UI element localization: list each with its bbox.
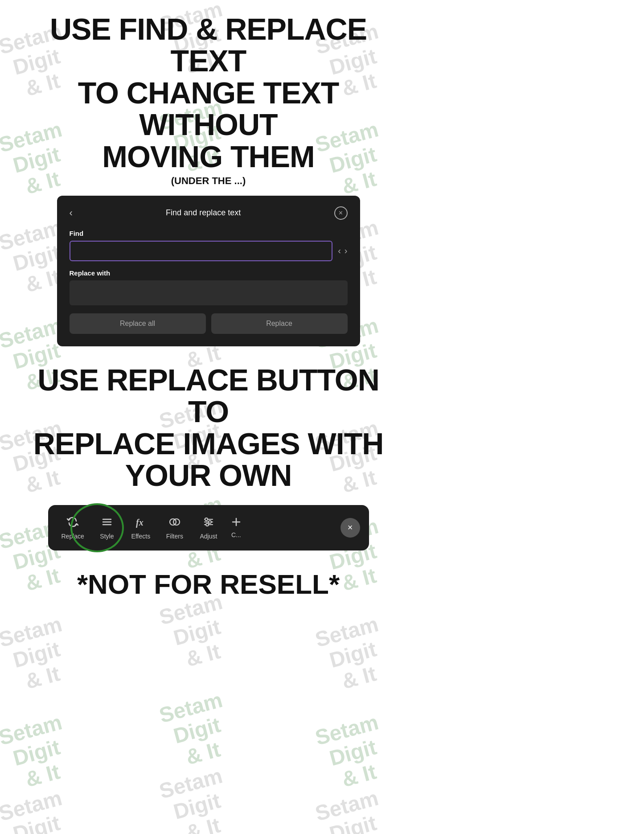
- nav-next-button[interactable]: ›: [345, 246, 348, 256]
- filters-icon: [168, 516, 181, 530]
- toolbar-adjust-item[interactable]: Adjust: [193, 512, 224, 543]
- find-row: ‹ ›: [70, 241, 348, 261]
- footer-section: *NOT FOR RESELL*: [13, 568, 403, 600]
- replace-all-button[interactable]: Replace all: [70, 313, 206, 334]
- svg-text:fx: fx: [136, 518, 144, 528]
- find-label: Find: [70, 230, 348, 237]
- footer-text: *NOT FOR RESELL*: [13, 568, 403, 600]
- section1-heading: USE FIND & REPLACE TEXT TO CHANGE TEXT W…: [13, 9, 403, 187]
- toolbar-replace-item[interactable]: Replace: [57, 512, 89, 543]
- replace-icon: [66, 516, 79, 530]
- heading2-line1: USE REPLACE BUTTON TO: [13, 364, 403, 428]
- adjust-label-toolbar: Adjust: [200, 533, 217, 540]
- sub-heading: (UNDER THE ...): [13, 175, 403, 187]
- toolbar-effects-item[interactable]: fx Effects: [125, 512, 156, 543]
- toolbar-filters-item[interactable]: Filters: [159, 512, 190, 543]
- page-content: USE FIND & REPLACE TEXT TO CHANGE TEXT W…: [0, 0, 417, 627]
- watermark-tile: SetamDigit& It: [157, 688, 237, 773]
- style-label-toolbar: Style: [100, 533, 114, 540]
- toolbar-crop-item[interactable]: C...: [227, 514, 246, 542]
- svg-point-11: [206, 523, 209, 526]
- effects-label-toolbar: Effects: [131, 533, 151, 540]
- toolbar-close-button[interactable]: ×: [340, 518, 360, 538]
- section2-main-heading: USE REPLACE BUTTON TO REPLACE IMAGES WIT…: [13, 364, 403, 492]
- heading2-line3: YOUR OWN: [13, 460, 403, 491]
- image-toolbar: Replace Style fx Effects: [48, 505, 369, 551]
- heading-line3: MOVING THEM: [13, 141, 403, 173]
- crop-label-toolbar: C...: [231, 531, 241, 538]
- dialog-buttons: Replace all Replace: [70, 313, 348, 334]
- dialog-back-button[interactable]: ‹: [70, 208, 73, 218]
- watermark-tile: SetamDigit& It: [157, 764, 237, 834]
- nav-arrows: ‹ ›: [338, 246, 347, 256]
- crop-icon: [231, 517, 241, 529]
- svg-point-9: [205, 518, 208, 521]
- watermark-tile: SetamDigit& It: [0, 711, 77, 795]
- filters-label-toolbar: Filters: [166, 533, 183, 540]
- dialog-title: Find and replace text: [166, 208, 241, 218]
- dialog-header: ‹ Find and replace text ×: [70, 206, 348, 220]
- replace-label: Replace with: [70, 269, 348, 277]
- heading2-line2: REPLACE IMAGES WITH: [13, 428, 403, 460]
- main-heading: USE FIND & REPLACE TEXT TO CHANGE TEXT W…: [13, 13, 403, 173]
- replace-button[interactable]: Replace: [211, 313, 348, 334]
- section2-heading: USE REPLACE BUTTON TO REPLACE IMAGES WIT…: [13, 364, 403, 492]
- adjust-icon: [202, 516, 215, 530]
- heading-line1: USE FIND & REPLACE TEXT: [13, 13, 403, 77]
- dialog-close-button[interactable]: ×: [334, 206, 348, 220]
- toolbar-style-item[interactable]: Style: [91, 512, 123, 543]
- watermark-tile: SetamDigit& It: [313, 711, 393, 795]
- svg-point-10: [209, 521, 211, 523]
- nav-prev-button[interactable]: ‹: [338, 246, 341, 256]
- find-input[interactable]: [70, 241, 333, 261]
- style-icon: [101, 516, 113, 530]
- replace-label-toolbar: Replace: [62, 533, 84, 540]
- find-replace-dialog: ‹ Find and replace text × Find ‹ › Repla…: [57, 196, 360, 346]
- watermark-tile: SetamDigit& It: [313, 786, 393, 834]
- replace-input[interactable]: [70, 280, 348, 305]
- effects-icon: fx: [135, 516, 147, 530]
- watermark-tile: SetamDigit& It: [0, 786, 77, 834]
- heading-line2: TO CHANGE TEXT WITHOUT: [13, 77, 403, 141]
